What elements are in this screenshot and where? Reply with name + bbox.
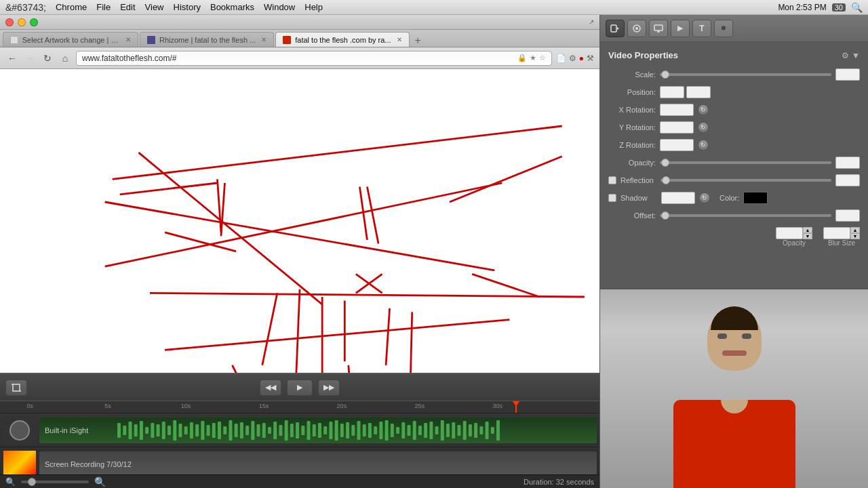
scale-slider[interactable]	[660, 73, 831, 76]
forward-button[interactable]: →	[23, 52, 37, 65]
search-icon[interactable]: 🔍	[851, 2, 863, 13]
menu-history[interactable]: History	[174, 2, 201, 12]
bookmark-icon[interactable]: ★	[530, 54, 536, 62]
y-rotation-reset[interactable]: ↻	[698, 122, 709, 133]
opacity-up[interactable]: ▲	[803, 227, 812, 233]
menu-edit[interactable]: Edit	[120, 2, 135, 12]
track-screen-content[interactable]: Screen Recording 7/30/12	[39, 451, 597, 475]
tool-3[interactable]: ●	[579, 54, 584, 63]
tab-2-close[interactable]: ✕	[261, 36, 267, 43]
track-screen-recording: Screen Recording 7/30/12	[0, 447, 599, 474]
blur-stepper-group: ▲ ▼ Blur Size	[823, 227, 860, 247]
settings-icon[interactable]: ⚙	[842, 51, 849, 60]
tab-2[interactable]: Rhizome | fatal to the flesh ... ✕	[140, 32, 274, 47]
reflection-slider[interactable]	[660, 179, 831, 182]
star-icon[interactable]: ☆	[539, 54, 546, 62]
minimize-button[interactable]	[18, 18, 26, 26]
svg-point-99	[635, 27, 638, 30]
rewind-button[interactable]: ◀◀	[260, 380, 281, 396]
menu-chrome[interactable]: Chrome	[56, 2, 87, 12]
tool-1[interactable]: 📄	[556, 54, 566, 63]
scale-input[interactable]	[835, 68, 860, 81]
tab-1[interactable]: Select Artwork to change | R... ✕	[3, 32, 138, 47]
y-rotation-input[interactable]	[660, 121, 694, 134]
svg-rect-53	[262, 423, 266, 438]
crop-tool-button[interactable]	[5, 380, 27, 396]
shadow-input[interactable]	[661, 192, 695, 204]
x-rotation-input[interactable]	[660, 104, 694, 116]
menu-help[interactable]: Help	[304, 2, 323, 12]
address-bar[interactable]: www.fataltotheflesh.com/# 🔒 ★ ☆	[76, 51, 552, 66]
waveform-svg	[39, 418, 597, 443]
apple-menu[interactable]: &#63743;	[5, 2, 46, 13]
panel-tool-play[interactable]: ▶	[671, 20, 690, 37]
tab-1-label: Select Artwork to change | R...	[22, 36, 120, 44]
menu-window[interactable]: Window	[264, 2, 295, 12]
expand-icon[interactable]: ↗	[589, 18, 594, 26]
blur-up[interactable]: ▲	[850, 227, 860, 233]
tab-3-close[interactable]: ✕	[397, 36, 402, 43]
tab-bar: Select Artwork to change | R... ✕ Rhizom…	[0, 30, 599, 47]
maximize-button[interactable]	[30, 18, 38, 26]
offset-input[interactable]	[835, 209, 860, 222]
close-button[interactable]	[5, 18, 14, 26]
svg-rect-58	[290, 424, 294, 437]
svg-rect-86	[446, 424, 450, 437]
back-button[interactable]: ←	[5, 52, 19, 65]
opacity-blur-row: ▲ ▼ Opacity ▲ ▼ Blur Size	[608, 227, 860, 247]
track-isight: Built-in iSight	[0, 413, 599, 447]
shadow-reset[interactable]: ↻	[699, 192, 710, 203]
reflection-checkbox[interactable]	[608, 176, 616, 184]
position-x-input[interactable]	[660, 86, 684, 98]
panel-tool-video[interactable]	[606, 20, 625, 37]
chevron-down-icon[interactable]: ▼	[852, 51, 860, 60]
z-rotation-input[interactable]	[660, 139, 694, 151]
tab-1-close[interactable]: ✕	[125, 36, 131, 43]
menu-view[interactable]: View	[145, 2, 164, 12]
panel-toolbar: ▶ T ◾	[600, 15, 868, 42]
blur-down[interactable]: ▼	[850, 233, 860, 239]
z-rotation-reset[interactable]: ↻	[698, 140, 709, 150]
opacity-stepper-btns: ▲ ▼	[803, 227, 812, 239]
opacity-input[interactable]	[835, 157, 860, 169]
opacity-sub-label: Opacity	[783, 239, 806, 247]
zoom-out-icon[interactable]: 🔍	[5, 477, 16, 487]
opacity-down[interactable]: ▼	[803, 233, 812, 239]
menu-file[interactable]: File	[96, 2, 111, 12]
zoom-slider-thumb[interactable]	[28, 478, 36, 486]
color-swatch[interactable]	[743, 192, 768, 204]
blur-value-input[interactable]	[823, 227, 850, 239]
timeline-playhead[interactable]	[515, 401, 517, 413]
play-button[interactable]: ▶	[287, 380, 313, 396]
panel-tool-screen[interactable]	[649, 20, 668, 37]
reload-button[interactable]: ↻	[41, 52, 54, 65]
svg-rect-34	[157, 424, 160, 436]
tool-2[interactable]: ⚙	[569, 54, 576, 63]
menubar: &#63743; Chrome File Edit View History B…	[0, 0, 868, 15]
svg-marker-97	[617, 27, 619, 30]
opacity-value-input[interactable]	[776, 227, 803, 239]
track-isight-content[interactable]: Built-in iSight	[39, 418, 597, 443]
reflection-input[interactable]	[835, 174, 860, 186]
shadow-checkbox[interactable]	[608, 194, 616, 202]
panel-tool-shape[interactable]: ◾	[714, 20, 733, 37]
offset-slider[interactable]	[660, 214, 831, 217]
svg-line-18	[120, 183, 218, 195]
scale-label: Scale:	[608, 70, 656, 79]
tool-4[interactable]: ⚒	[587, 54, 594, 63]
zoom-in-icon[interactable]: 🔍	[94, 476, 106, 487]
new-tab-button[interactable]: +	[411, 35, 425, 47]
panel-tool-text[interactable]: T	[692, 20, 711, 37]
page-info-icon[interactable]: 🔒	[517, 54, 527, 62]
home-button[interactable]: ⌂	[58, 52, 72, 65]
x-rotation-reset[interactable]: ↻	[698, 104, 709, 115]
right-panel: ▶ T ◾ Video Properties ⚙ ▼ Scale: Posi	[600, 15, 868, 488]
panel-tool-audio[interactable]	[627, 20, 646, 37]
shadow-row: Shadow ↻ Color:	[608, 192, 860, 204]
menu-bookmarks[interactable]: Bookmarks	[210, 2, 254, 12]
tab-3[interactable]: fatal to the flesh .com by ra... ✕	[275, 32, 409, 47]
opacity-slider[interactable]	[660, 161, 831, 164]
position-y-input[interactable]	[686, 86, 711, 98]
zoom-slider[interactable]	[21, 481, 89, 483]
fast-forward-button[interactable]: ▶▶	[318, 380, 340, 396]
